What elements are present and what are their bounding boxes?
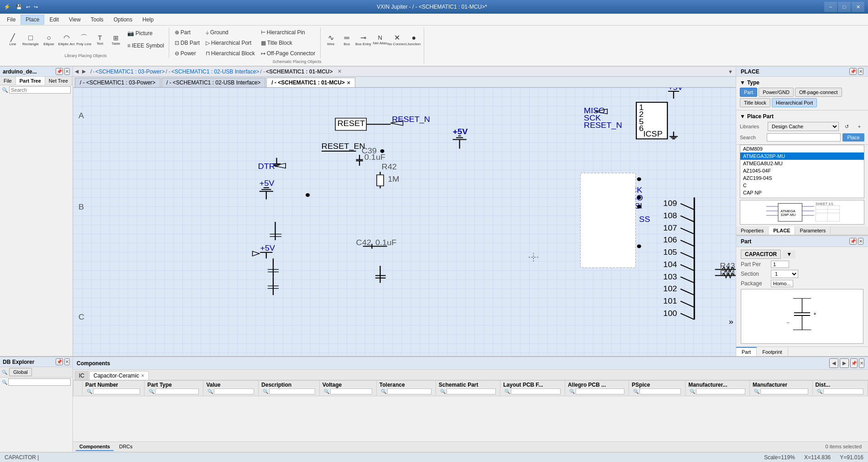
- rp-tab-properties[interactable]: Properties: [736, 226, 769, 235]
- sch-tab-mcu[interactable]: / - <SCHEMATIC1 : 01-MCU> ✕: [266, 78, 355, 87]
- type-btn-offpage[interactable]: Off-page-connect: [795, 88, 842, 97]
- part-item-cap-nonpol[interactable]: CAPACITOR NON-POL: [740, 196, 864, 198]
- tool-picture[interactable]: 📷 Picture: [125, 27, 167, 39]
- search-part-number[interactable]: [93, 388, 140, 394]
- tool-line[interactable]: ╱ Line: [5, 27, 21, 52]
- tool-hierarchical-pin[interactable]: ⊢ Hierarchical Pin: [258, 27, 318, 37]
- library-refresh-btn[interactable]: ↺: [842, 121, 852, 131]
- part-item-c[interactable]: C: [740, 182, 864, 189]
- section-dropdown[interactable]: 1: [771, 270, 798, 278]
- search-pspice[interactable]: [639, 388, 681, 394]
- comp-tab-ic[interactable]: IC: [75, 371, 88, 380]
- tool-part[interactable]: ⊕ Part: [172, 27, 203, 37]
- type-btn-titleblock[interactable]: Title block: [740, 98, 770, 107]
- quick-undo[interactable]: ↩: [24, 3, 32, 11]
- breadcrumb-root[interactable]: /: [90, 68, 92, 75]
- menu-view[interactable]: View: [64, 15, 86, 25]
- db-search-input[interactable]: [8, 378, 71, 386]
- sch-tab-usb[interactable]: / - <SCHEMATIC1 : 02-USB Interface>: [161, 78, 266, 87]
- search-part-type[interactable]: [155, 388, 199, 394]
- comp-prev-btn[interactable]: ◀: [829, 358, 838, 368]
- close-button[interactable]: ✕: [852, 2, 864, 12]
- part-btab-footprint[interactable]: Footprint: [757, 347, 788, 356]
- library-dropdown[interactable]: Design Cache: [768, 122, 839, 131]
- quick-redo[interactable]: ↪: [32, 3, 40, 11]
- tool-elliptic-arc[interactable]: ◠ Elliptic Arc: [58, 27, 75, 52]
- menu-tools[interactable]: Tools: [86, 15, 109, 25]
- tool-net-alias[interactable]: N Net Alias: [372, 27, 388, 52]
- search-tolerance[interactable]: [387, 388, 431, 394]
- type-btn-part[interactable]: Part: [740, 88, 757, 97]
- type-btn-power[interactable]: Power/GND: [759, 88, 794, 97]
- tool-ellipse[interactable]: ○ Ellipse: [40, 27, 57, 52]
- breadcrumb-power[interactable]: <SCHEMATIC1 : 03-Power>: [95, 68, 165, 75]
- search-value[interactable]: [214, 388, 254, 394]
- rp-pin-button[interactable]: 📌: [849, 68, 857, 75]
- part-item-az1045[interactable]: AZ1045-04F: [740, 167, 864, 174]
- comp-tab-ceramic-close[interactable]: ✕: [141, 373, 145, 378]
- nav-forward[interactable]: ▶: [80, 68, 88, 75]
- tool-poly-line[interactable]: ⌒ Poly Line: [76, 27, 92, 52]
- menu-help[interactable]: Help: [137, 15, 159, 25]
- sch-tab-mcu-close[interactable]: ✕: [347, 80, 350, 85]
- part-item-azc199[interactable]: AZC199-04S: [740, 174, 864, 182]
- panel-close-button[interactable]: ✕: [64, 68, 70, 75]
- tool-text[interactable]: T Text: [93, 27, 107, 52]
- breadcrumb-close[interactable]: ✕: [338, 68, 342, 74]
- tree-search-input[interactable]: [9, 86, 71, 94]
- tool-off-page[interactable]: ↦ Off-Page Connector: [258, 48, 318, 58]
- dbe-close-button[interactable]: ✕: [64, 358, 70, 365]
- menu-edit[interactable]: Edit: [44, 15, 64, 25]
- part-item-adm809[interactable]: ADM809: [740, 145, 864, 152]
- menu-file[interactable]: File: [2, 15, 21, 25]
- search-allegro-pcb[interactable]: [576, 388, 624, 394]
- search-description[interactable]: [269, 388, 315, 394]
- tool-bus[interactable]: ═ Bus: [339, 27, 354, 52]
- nav-back[interactable]: ◀: [73, 68, 80, 75]
- canvas-area[interactable]: A B C +5V RESET: [73, 88, 736, 356]
- comp-btab-components[interactable]: Components: [76, 443, 114, 451]
- part-btab-part[interactable]: Part: [736, 347, 757, 356]
- tool-hierarchical-block[interactable]: ⊓ Hierarchical Block: [203, 48, 258, 58]
- search-layout-pcb[interactable]: [511, 388, 561, 394]
- schematic-canvas[interactable]: A B C +5V RESET: [73, 88, 736, 356]
- nav-collapse[interactable]: ▼: [725, 68, 736, 75]
- search-mfr-part[interactable]: [696, 388, 745, 394]
- tab-net-tree[interactable]: Net Tree: [45, 77, 72, 85]
- menu-place[interactable]: Place: [21, 15, 44, 25]
- tab-part-tree[interactable]: Part Tree: [16, 77, 45, 85]
- comp-tab-ceramic[interactable]: Capacitor-Ceramic ✕: [89, 371, 149, 380]
- rp-tab-parameters[interactable]: Parameters: [795, 226, 831, 235]
- rp-close-button[interactable]: ✕: [858, 68, 863, 75]
- minimize-button[interactable]: −: [824, 2, 837, 12]
- part-item-atmega328[interactable]: ATMEGA328P-MU: [740, 152, 864, 160]
- part-item-capnp[interactable]: CAP NP: [740, 189, 864, 196]
- part-name-dropdown[interactable]: ▼: [783, 250, 795, 258]
- type-btn-hierport[interactable]: Hierarchical Port: [772, 98, 817, 107]
- tool-rectangle[interactable]: □ Rectangle: [21, 27, 40, 52]
- tool-wire[interactable]: ∿ Wire: [323, 27, 338, 52]
- tool-ieee-symbol[interactable]: ≡ IEEE Symbol: [125, 40, 167, 52]
- part-per-input[interactable]: [771, 261, 789, 268]
- rp-tab-place[interactable]: PLACE: [769, 226, 795, 235]
- tool-table[interactable]: ⊞ Table: [108, 27, 124, 52]
- library-add-btn[interactable]: +: [854, 121, 864, 131]
- panel-pin-button[interactable]: 📌: [56, 68, 63, 75]
- tool-title-block[interactable]: ▦ Title Block: [258, 38, 318, 48]
- quick-save[interactable]: 💾: [14, 3, 24, 11]
- parts-list[interactable]: ADM809 ATMEGA328P-MU ATMEGA8U2-MU AZ1045…: [740, 145, 864, 198]
- part-search-input[interactable]: [767, 133, 841, 142]
- sch-tab-power[interactable]: / - <SCHEMATIC1 : 03-Power>: [75, 78, 161, 87]
- part-close-button[interactable]: ✕: [858, 238, 863, 245]
- search-dist[interactable]: [823, 388, 863, 394]
- comp-btab-drcs[interactable]: DRCs: [115, 443, 136, 451]
- place-button[interactable]: Place: [842, 133, 864, 142]
- dbe-pin-button[interactable]: 📌: [56, 358, 63, 365]
- tool-bus-entry[interactable]: ⊸ Bus Entry: [355, 27, 371, 52]
- tool-ground[interactable]: ⏚ Ground: [203, 27, 258, 37]
- search-voltage[interactable]: [330, 388, 372, 394]
- part-pin-button[interactable]: 📌: [849, 238, 857, 245]
- search-mfr[interactable]: [760, 388, 808, 394]
- tool-junction[interactable]: ● Junction: [405, 27, 422, 52]
- global-button[interactable]: Global: [9, 368, 32, 376]
